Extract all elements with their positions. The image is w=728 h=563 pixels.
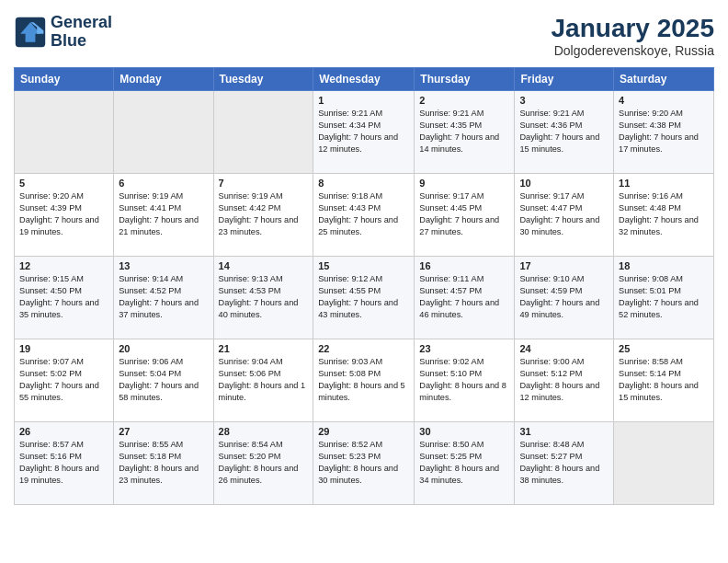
calendar-cell: 3Sunrise: 9:21 AMSunset: 4:36 PMDaylight… (515, 91, 614, 174)
calendar-cell: 17Sunrise: 9:10 AMSunset: 4:59 PMDayligh… (515, 257, 614, 339)
day-number: 29 (318, 426, 409, 437)
calendar-cell (15, 91, 114, 174)
header: General Blue January 2025 Dolgoderevensk… (14, 14, 714, 58)
cell-content: Sunrise: 9:13 AMSunset: 4:53 PMDaylight:… (219, 274, 299, 319)
day-number: 14 (219, 260, 309, 271)
day-number: 11 (619, 178, 709, 189)
cell-content: Sunrise: 9:00 AMSunset: 5:12 PMDaylight:… (519, 357, 599, 402)
day-number: 19 (19, 343, 108, 354)
calendar-table: SundayMondayTuesdayWednesdayThursdayFrid… (14, 67, 714, 505)
logo: General Blue (14, 14, 112, 51)
calendar-cell: 22Sunrise: 9:03 AMSunset: 5:08 PMDayligh… (313, 339, 415, 422)
cell-content: Sunrise: 9:19 AMSunset: 4:41 PMDaylight:… (119, 191, 199, 236)
cell-content: Sunrise: 9:03 AMSunset: 5:08 PMDaylight:… (318, 357, 405, 402)
calendar-cell: 9Sunrise: 9:17 AMSunset: 4:45 PMDaylight… (415, 174, 515, 257)
calendar-cell: 13Sunrise: 9:14 AMSunset: 4:52 PMDayligh… (114, 257, 213, 339)
cell-content: Sunrise: 9:14 AMSunset: 4:52 PMDaylight:… (119, 274, 199, 319)
cell-content: Sunrise: 9:17 AMSunset: 4:47 PMDaylight:… (519, 191, 599, 236)
cell-content: Sunrise: 9:08 AMSunset: 5:01 PMDaylight:… (619, 274, 699, 319)
cell-content: Sunrise: 9:10 AMSunset: 4:59 PMDaylight:… (519, 274, 599, 319)
day-number: 24 (519, 343, 609, 354)
calendar-week-row: 26Sunrise: 8:57 AMSunset: 5:16 PMDayligh… (15, 422, 714, 505)
calendar-week-row: 12Sunrise: 9:15 AMSunset: 4:50 PMDayligh… (15, 257, 714, 339)
cell-content: Sunrise: 9:18 AMSunset: 4:43 PMDaylight:… (318, 191, 398, 236)
day-number: 21 (219, 343, 309, 354)
calendar-cell: 19Sunrise: 9:07 AMSunset: 5:02 PMDayligh… (15, 339, 114, 422)
day-number: 7 (219, 178, 309, 189)
calendar-cell: 11Sunrise: 9:16 AMSunset: 4:48 PMDayligh… (614, 174, 714, 257)
calendar-cell: 24Sunrise: 9:00 AMSunset: 5:12 PMDayligh… (515, 339, 614, 422)
calendar-cell: 23Sunrise: 9:02 AMSunset: 5:10 PMDayligh… (415, 339, 515, 422)
calendar-cell: 25Sunrise: 8:58 AMSunset: 5:14 PMDayligh… (614, 339, 714, 422)
day-number: 20 (119, 343, 208, 354)
cell-content: Sunrise: 9:19 AMSunset: 4:42 PMDaylight:… (219, 191, 299, 236)
day-number: 2 (419, 95, 509, 106)
calendar-cell: 2Sunrise: 9:21 AMSunset: 4:35 PMDaylight… (415, 91, 515, 174)
day-number: 31 (519, 426, 609, 437)
cell-content: Sunrise: 8:58 AMSunset: 5:14 PMDaylight:… (619, 357, 699, 402)
day-number: 4 (619, 95, 709, 106)
day-number: 6 (119, 178, 208, 189)
calendar-cell: 12Sunrise: 9:15 AMSunset: 4:50 PMDayligh… (15, 257, 114, 339)
calendar-cell: 7Sunrise: 9:19 AMSunset: 4:42 PMDaylight… (213, 174, 313, 257)
calendar-cell: 29Sunrise: 8:52 AMSunset: 5:23 PMDayligh… (313, 422, 415, 505)
day-number: 5 (19, 178, 108, 189)
calendar-week-row: 19Sunrise: 9:07 AMSunset: 5:02 PMDayligh… (15, 339, 714, 422)
day-number: 13 (119, 260, 208, 271)
day-number: 1 (318, 95, 409, 106)
calendar-cell: 15Sunrise: 9:12 AMSunset: 4:55 PMDayligh… (313, 257, 415, 339)
day-of-week-header: Friday (515, 68, 614, 91)
calendar-cell: 8Sunrise: 9:18 AMSunset: 4:43 PMDaylight… (313, 174, 415, 257)
day-of-week-header: Monday (114, 68, 213, 91)
day-number: 28 (219, 426, 309, 437)
cell-content: Sunrise: 9:07 AMSunset: 5:02 PMDaylight:… (19, 357, 99, 402)
day-of-week-header: Wednesday (313, 68, 415, 91)
calendar-cell: 20Sunrise: 9:06 AMSunset: 5:04 PMDayligh… (114, 339, 213, 422)
calendar-week-row: 5Sunrise: 9:20 AMSunset: 4:39 PMDaylight… (15, 174, 714, 257)
cell-content: Sunrise: 8:57 AMSunset: 5:16 PMDaylight:… (19, 440, 99, 485)
day-number: 15 (318, 260, 409, 271)
day-number: 8 (318, 178, 409, 189)
day-number: 9 (419, 178, 509, 189)
cell-content: Sunrise: 9:15 AMSunset: 4:50 PMDaylight:… (19, 274, 99, 319)
calendar-cell (614, 422, 714, 505)
cell-content: Sunrise: 8:48 AMSunset: 5:27 PMDaylight:… (519, 440, 599, 485)
calendar-cell: 16Sunrise: 9:11 AMSunset: 4:57 PMDayligh… (415, 257, 515, 339)
cell-content: Sunrise: 9:04 AMSunset: 5:06 PMDaylight:… (219, 357, 306, 402)
calendar-cell: 26Sunrise: 8:57 AMSunset: 5:16 PMDayligh… (15, 422, 114, 505)
calendar-cell: 14Sunrise: 9:13 AMSunset: 4:53 PMDayligh… (213, 257, 313, 339)
calendar-cell: 30Sunrise: 8:50 AMSunset: 5:25 PMDayligh… (415, 422, 515, 505)
day-of-week-header: Thursday (415, 68, 515, 91)
calendar-cell: 4Sunrise: 9:20 AMSunset: 4:38 PMDaylight… (614, 91, 714, 174)
cell-content: Sunrise: 9:06 AMSunset: 5:04 PMDaylight:… (119, 357, 199, 402)
cell-content: Sunrise: 9:20 AMSunset: 4:39 PMDaylight:… (19, 191, 99, 236)
calendar-cell: 18Sunrise: 9:08 AMSunset: 5:01 PMDayligh… (614, 257, 714, 339)
month-title: January 2025 (552, 14, 714, 43)
calendar-cell (114, 91, 213, 174)
cell-content: Sunrise: 9:21 AMSunset: 4:35 PMDaylight:… (419, 109, 499, 154)
cell-content: Sunrise: 8:55 AMSunset: 5:18 PMDaylight:… (119, 440, 199, 485)
day-number: 27 (119, 426, 208, 437)
day-number: 23 (419, 343, 509, 354)
calendar-cell: 1Sunrise: 9:21 AMSunset: 4:34 PMDaylight… (313, 91, 415, 174)
cell-content: Sunrise: 9:12 AMSunset: 4:55 PMDaylight:… (318, 274, 398, 319)
day-number: 22 (318, 343, 409, 354)
calendar-cell: 31Sunrise: 8:48 AMSunset: 5:27 PMDayligh… (515, 422, 614, 505)
calendar-cell: 10Sunrise: 9:17 AMSunset: 4:47 PMDayligh… (515, 174, 614, 257)
day-number: 16 (419, 260, 509, 271)
cell-content: Sunrise: 9:17 AMSunset: 4:45 PMDaylight:… (419, 191, 499, 236)
day-number: 25 (619, 343, 709, 354)
cell-content: Sunrise: 9:20 AMSunset: 4:38 PMDaylight:… (619, 109, 699, 154)
calendar-cell: 27Sunrise: 8:55 AMSunset: 5:18 PMDayligh… (114, 422, 213, 505)
logo-icon (14, 16, 47, 49)
calendar-cell: 21Sunrise: 9:04 AMSunset: 5:06 PMDayligh… (213, 339, 313, 422)
calendar-cell: 6Sunrise: 9:19 AMSunset: 4:41 PMDaylight… (114, 174, 213, 257)
header-row: SundayMondayTuesdayWednesdayThursdayFrid… (15, 68, 714, 91)
cell-content: Sunrise: 9:16 AMSunset: 4:48 PMDaylight:… (619, 191, 699, 236)
cell-content: Sunrise: 8:50 AMSunset: 5:25 PMDaylight:… (419, 440, 499, 485)
day-number: 10 (519, 178, 609, 189)
day-of-week-header: Tuesday (213, 68, 313, 91)
page-container: General Blue January 2025 Dolgoderevensk… (0, 0, 728, 563)
calendar-week-row: 1Sunrise: 9:21 AMSunset: 4:34 PMDaylight… (15, 91, 714, 174)
cell-content: Sunrise: 9:11 AMSunset: 4:57 PMDaylight:… (419, 274, 499, 319)
